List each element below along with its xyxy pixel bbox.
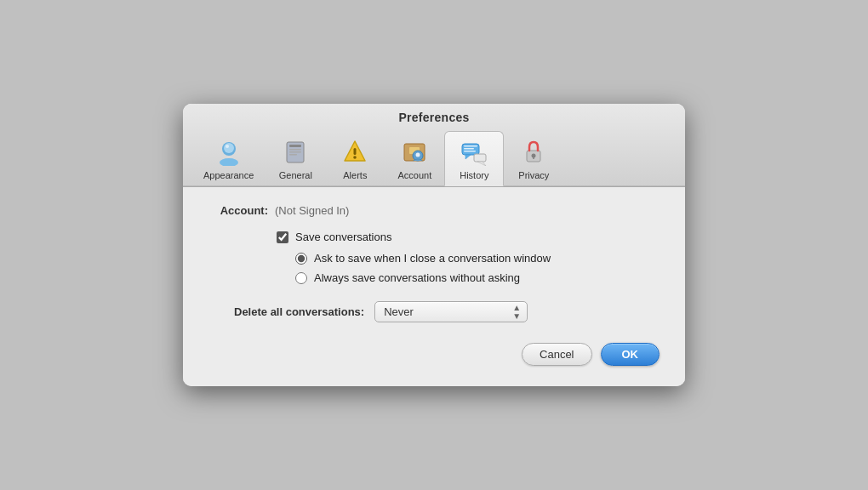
svg-point-3 <box>226 145 229 148</box>
svg-rect-8 <box>289 154 297 156</box>
svg-marker-22 <box>477 162 486 166</box>
tab-alerts[interactable]: Alerts <box>325 132 385 185</box>
tab-general-label: General <box>279 170 312 180</box>
delete-select-wrapper: Never After one day After one week After… <box>374 301 528 322</box>
tab-appearance[interactable]: Appearance <box>191 132 266 185</box>
general-icon <box>280 137 311 168</box>
tab-appearance-label: Appearance <box>203 170 254 180</box>
svg-rect-20 <box>464 151 476 152</box>
toolbar-divider <box>183 185 685 186</box>
tab-account-label: Account <box>397 170 431 180</box>
account-row: Account: (Not Signed In) <box>208 204 660 217</box>
delete-row: Delete all conversations: Never After on… <box>234 301 660 322</box>
svg-point-1 <box>220 158 238 166</box>
titlebar: Preferences Appearance <box>183 104 685 187</box>
tab-history-label: History <box>460 170 488 180</box>
ok-button[interactable]: OK <box>601 343 660 366</box>
svg-marker-17 <box>465 155 471 159</box>
account-field-value: (Not Signed In) <box>275 204 349 217</box>
account-icon <box>399 137 430 168</box>
svg-rect-10 <box>354 148 357 155</box>
radio-always-label[interactable]: Always save conversations without asking <box>314 271 520 284</box>
tab-alerts-label: Alerts <box>343 170 367 180</box>
account-field-label: Account: <box>208 204 268 217</box>
content-area: Account: (Not Signed In) Save conversati… <box>183 187 685 386</box>
svg-rect-5 <box>289 145 301 147</box>
tab-privacy-label: Privacy <box>518 170 549 180</box>
radio-ask[interactable] <box>295 253 307 265</box>
radio-ask-label[interactable]: Ask to save when I close a conversation … <box>314 252 551 265</box>
tab-general[interactable]: General <box>266 132 325 185</box>
preferences-window: Preferences Appearance <box>183 104 685 386</box>
alerts-icon <box>340 137 370 168</box>
svg-point-15 <box>416 153 420 157</box>
svg-rect-7 <box>289 151 301 153</box>
radio-always-row: Always save conversations without asking <box>295 271 660 284</box>
button-row: Cancel OK <box>208 343 660 369</box>
svg-rect-25 <box>534 156 535 159</box>
cancel-button[interactable]: Cancel <box>522 343 591 366</box>
svg-rect-18 <box>464 145 477 147</box>
tab-account[interactable]: Account <box>385 132 444 185</box>
privacy-icon <box>518 137 549 168</box>
save-conversations-row: Save conversations <box>277 231 660 243</box>
delete-conversations-select[interactable]: Never After one day After one week After… <box>374 301 528 322</box>
window-title: Preferences <box>183 111 685 124</box>
appearance-icon <box>214 137 244 168</box>
svg-rect-21 <box>474 154 486 162</box>
options-group: Save conversations Ask to save when I cl… <box>277 231 660 284</box>
save-conversations-checkbox[interactable] <box>277 231 288 243</box>
history-icon <box>459 137 489 168</box>
svg-rect-6 <box>289 149 301 151</box>
toolbar: Appearance General <box>183 131 685 185</box>
tab-privacy[interactable]: Privacy <box>504 132 563 185</box>
save-conversations-label[interactable]: Save conversations <box>295 231 391 243</box>
radio-group: Ask to save when I close a conversation … <box>295 252 660 284</box>
radio-ask-row: Ask to save when I close a conversation … <box>295 252 660 265</box>
delete-conversations-label: Delete all conversations: <box>234 305 364 318</box>
radio-always[interactable] <box>295 272 307 284</box>
tab-history[interactable]: History <box>444 131 504 186</box>
svg-rect-19 <box>464 148 474 150</box>
svg-point-2 <box>224 143 234 153</box>
svg-point-11 <box>354 156 357 159</box>
